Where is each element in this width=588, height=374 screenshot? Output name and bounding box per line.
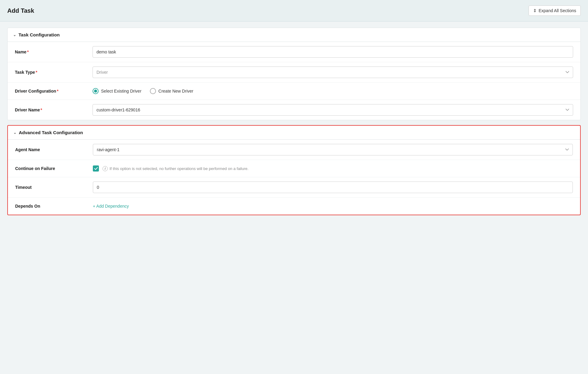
agent-name-input-cell: ravi-agent-1 — [93, 140, 580, 160]
select-existing-driver-option[interactable]: Select Existing Driver — [93, 88, 141, 94]
driver-name-select[interactable]: custom-driver1-629016 — [93, 104, 573, 116]
timeout-row: Timeout — [8, 177, 580, 198]
continue-on-failure-checkbox[interactable] — [93, 165, 99, 172]
continue-on-failure-info: i If this option is not selected, no fur… — [103, 166, 248, 171]
task-type-required: * — [35, 70, 37, 75]
task-type-row: Task Type* Driver Driver Script Command — [8, 62, 580, 83]
task-config-body: Name* Task Type* Driver Driver — [8, 42, 580, 120]
advanced-config-chevron: ⌄ — [13, 131, 16, 135]
task-config-chevron: ⌄ — [13, 33, 16, 37]
agent-name-row: Agent Name ravi-agent-1 — [8, 140, 580, 160]
driver-config-required: * — [57, 89, 58, 93]
continue-on-failure-label: Continue on Failure — [8, 160, 93, 177]
task-config-section: ⌄ Task Configuration Name* Task Type* — [7, 28, 581, 120]
page-title: Add Task — [7, 7, 34, 14]
advanced-config-table: Agent Name ravi-agent-1 Continue on Fail… — [8, 140, 580, 215]
advanced-config-body: Agent Name ravi-agent-1 Continue on Fail… — [8, 140, 580, 215]
expand-icon: ⇕ — [533, 8, 537, 13]
continue-on-failure-wrapper: i If this option is not selected, no fur… — [93, 165, 573, 172]
task-type-label: Task Type* — [8, 62, 93, 83]
create-new-driver-option[interactable]: Create New Driver — [150, 88, 193, 94]
task-type-input-cell: Driver Driver Script Command — [93, 62, 580, 83]
continue-on-failure-row: Continue on Failure i If this optio — [8, 160, 580, 177]
task-config-header[interactable]: ⌄ Task Configuration — [8, 28, 580, 42]
info-icon: i — [103, 166, 108, 171]
task-type-select[interactable]: Driver Driver Script Command — [93, 66, 573, 78]
continue-on-failure-input-cell: i If this option is not selected, no fur… — [93, 160, 580, 177]
advanced-config-header[interactable]: ⌄ Advanced Task Configuration — [8, 126, 580, 140]
depends-on-row: Depends On + Add Dependency — [8, 198, 580, 215]
name-label: Name* — [8, 42, 93, 62]
driver-config-label: Driver Configuration* — [8, 83, 93, 100]
select-existing-driver-radio[interactable] — [93, 88, 99, 94]
driver-name-required: * — [41, 107, 42, 112]
create-new-driver-label: Create New Driver — [158, 89, 193, 93]
expand-all-button[interactable]: ⇕ Expand All Sections — [529, 5, 581, 16]
create-new-driver-radio[interactable] — [150, 88, 156, 94]
advanced-config-title: Advanced Task Configuration — [19, 130, 83, 135]
page-header: Add Task ⇕ Expand All Sections — [0, 0, 588, 22]
name-input-cell — [93, 42, 580, 62]
timeout-input[interactable] — [93, 182, 573, 193]
driver-config-input-cell: Select Existing Driver Create New Driver — [93, 83, 580, 100]
page-content: ⌄ Task Configuration Name* Task Type* — [0, 22, 588, 221]
driver-name-label: Driver Name* — [8, 100, 93, 120]
task-config-table: Name* Task Type* Driver Driver — [8, 42, 580, 120]
add-dependency-button[interactable]: + Add Dependency — [93, 204, 129, 209]
expand-all-label: Expand All Sections — [539, 8, 576, 13]
agent-name-select[interactable]: ravi-agent-1 — [93, 144, 573, 155]
driver-name-input-cell: custom-driver1-629016 — [93, 100, 580, 120]
agent-name-label: Agent Name — [8, 140, 93, 160]
name-row: Name* — [8, 42, 580, 62]
advanced-config-section: ⌄ Advanced Task Configuration Agent Name… — [7, 125, 581, 215]
timeout-input-cell — [93, 177, 580, 198]
continue-on-failure-info-text: If this option is not selected, no furth… — [110, 166, 248, 171]
depends-on-input-cell: + Add Dependency — [93, 198, 580, 215]
select-existing-driver-label: Select Existing Driver — [101, 89, 141, 93]
driver-config-radio-group: Select Existing Driver Create New Driver — [93, 88, 573, 94]
name-required: * — [27, 49, 29, 54]
name-input[interactable] — [93, 46, 573, 58]
driver-config-row: Driver Configuration* Select Existing Dr… — [8, 83, 580, 100]
depends-on-label: Depends On — [8, 198, 93, 215]
timeout-label: Timeout — [8, 177, 93, 198]
driver-name-row: Driver Name* custom-driver1-629016 — [8, 100, 580, 120]
task-config-title: Task Configuration — [19, 32, 60, 37]
